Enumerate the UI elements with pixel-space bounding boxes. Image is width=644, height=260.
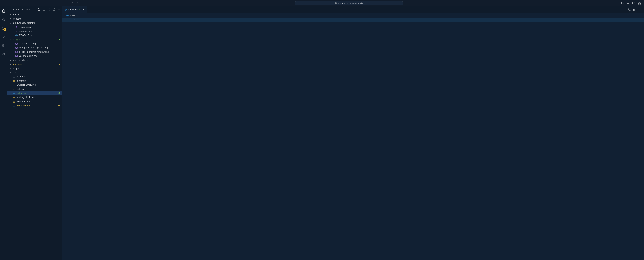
chevron-right-icon[interactable] bbox=[9, 59, 12, 61]
compare-changes-icon[interactable] bbox=[628, 8, 631, 11]
twisty-none bbox=[9, 84, 12, 86]
editor-tab[interactable]: index.tsxU bbox=[62, 6, 87, 13]
svg-rect-18 bbox=[2, 46, 4, 47]
nav-forward-button[interactable] bbox=[76, 1, 80, 5]
tree-file[interactable]: {}package-lock.json bbox=[7, 95, 62, 99]
twisty-none bbox=[12, 30, 14, 32]
svg-point-57 bbox=[640, 9, 640, 10]
twisty-none bbox=[9, 92, 12, 94]
twisty-none bbox=[9, 100, 12, 103]
new-file-icon[interactable] bbox=[38, 8, 40, 11]
tree-folder[interactable]: node_modules bbox=[7, 58, 62, 62]
tree-file[interactable]: espanso-prompt-window.png bbox=[7, 50, 62, 54]
text-editor[interactable]: 1 r bbox=[62, 18, 644, 260]
twisty-none bbox=[12, 55, 14, 57]
tree-file[interactable]: vscode-setup.png bbox=[7, 54, 62, 58]
toggle-primary-sidebar-icon[interactable] bbox=[620, 1, 624, 5]
json-icon: {} bbox=[12, 96, 16, 99]
nav-back-button[interactable] bbox=[70, 1, 74, 5]
chevron-right-icon[interactable] bbox=[9, 67, 12, 69]
file-tree[interactable]: .husky.vscodeai-driven-dev-prompts!_mani… bbox=[7, 12, 62, 260]
tree-file[interactable]: {}package.json bbox=[7, 99, 62, 103]
close-icon[interactable] bbox=[82, 8, 84, 11]
collapse-all-icon[interactable] bbox=[53, 8, 56, 11]
tree-item-label: index.js bbox=[16, 88, 60, 90]
explorer-more-icon[interactable] bbox=[58, 8, 60, 11]
tree-item-label: ai-driven-dev-prompts bbox=[12, 21, 60, 24]
command-center-search[interactable]: ai-driven-dev-community bbox=[295, 1, 403, 5]
toggle-secondary-sidebar-icon[interactable] bbox=[632, 1, 635, 5]
chevron-down-icon[interactable] bbox=[9, 22, 12, 24]
svg-point-21 bbox=[59, 9, 59, 10]
chevron-right-icon[interactable] bbox=[9, 18, 12, 20]
tree-file[interactable]: aiddc-demo.png bbox=[7, 41, 62, 46]
tab-bar: index.tsxU bbox=[62, 6, 644, 13]
svg-point-12 bbox=[2, 18, 4, 20]
git-status-letter: U bbox=[58, 92, 60, 95]
svg-point-31 bbox=[16, 47, 16, 48]
svg-point-40 bbox=[14, 93, 14, 93]
tree-folder[interactable]: scripts bbox=[7, 66, 62, 70]
code-content[interactable]: r bbox=[74, 18, 644, 21]
activity-search[interactable] bbox=[0, 16, 7, 23]
svg-rect-47 bbox=[14, 105, 14, 106]
tree-item-label: _manifest.yml bbox=[19, 26, 60, 28]
activity-explorer[interactable] bbox=[0, 8, 7, 14]
tree-item-label: package.json bbox=[16, 100, 60, 103]
new-folder-icon[interactable] bbox=[43, 8, 46, 11]
minimap[interactable] bbox=[643, 18, 644, 260]
svg-rect-5 bbox=[633, 2, 635, 4]
tree-folder[interactable]: src bbox=[7, 70, 62, 75]
tree-folder[interactable]: .vscode bbox=[7, 17, 62, 21]
tree-folder[interactable]: images bbox=[7, 37, 62, 41]
tree-item-label: images bbox=[12, 38, 58, 41]
twisty-none bbox=[9, 88, 12, 90]
tree-file[interactable]: {}.prettierrc bbox=[7, 79, 62, 83]
activity-extensions[interactable] bbox=[0, 42, 7, 48]
title-bar: ai-driven-dev-community bbox=[0, 0, 644, 6]
tree-file[interactable]: README.mdM bbox=[7, 103, 62, 108]
search-icon bbox=[335, 2, 337, 4]
tree-folder[interactable]: ai-driven-dev-prompts bbox=[7, 21, 62, 25]
tree-file[interactable]: JSindex.js bbox=[7, 87, 62, 91]
activity-run-debug[interactable] bbox=[0, 34, 7, 40]
toggle-panel-icon[interactable] bbox=[626, 1, 630, 5]
editor-group: index.tsxU index.tsx 1 r bbox=[62, 6, 644, 260]
text-cursor bbox=[75, 18, 75, 21]
chevron-right-icon[interactable] bbox=[9, 71, 12, 74]
tree-item-label: aiddc-demo.png bbox=[19, 42, 60, 45]
tree-file[interactable]: chatgpt-custom-gpt-rag.png bbox=[7, 46, 62, 50]
tree-file[interactable]: index.tsxU bbox=[7, 91, 62, 95]
image-icon bbox=[15, 55, 18, 57]
tree-item-label: index.tsx bbox=[16, 92, 56, 95]
customize-layout-icon[interactable] bbox=[638, 1, 641, 5]
breadcrumb[interactable]: index.tsx bbox=[62, 13, 644, 18]
twisty-none bbox=[9, 80, 12, 82]
svg-rect-8 bbox=[640, 2, 641, 3]
tree-file[interactable]: CONTRIBUTE.md bbox=[7, 83, 62, 87]
tree-item-label: chatgpt-custom-gpt-rag.png bbox=[19, 46, 60, 49]
yml-icon: ! bbox=[15, 30, 18, 33]
tree-file[interactable]: README.md bbox=[7, 33, 62, 37]
refresh-icon[interactable] bbox=[48, 8, 50, 11]
activity-source-control[interactable]: 10 bbox=[0, 25, 7, 31]
tree-item-label: src bbox=[12, 71, 60, 74]
tree-file[interactable]: !package.yml bbox=[7, 29, 62, 33]
chevron-down-icon[interactable] bbox=[9, 38, 12, 41]
activity-live-share[interactable] bbox=[0, 51, 7, 57]
tree-item-label: .vscode bbox=[12, 17, 60, 20]
tree-folder[interactable]: .husky bbox=[7, 12, 62, 17]
editor-more-icon[interactable] bbox=[638, 8, 642, 11]
breadcrumb-file: index.tsx bbox=[70, 14, 78, 17]
svg-point-14 bbox=[2, 29, 3, 29]
chevron-right-icon[interactable] bbox=[9, 14, 12, 16]
split-editor-icon[interactable] bbox=[633, 8, 636, 11]
tree-folder[interactable]: ressources bbox=[7, 62, 62, 66]
chevron-right-icon[interactable] bbox=[9, 63, 12, 65]
react-icon bbox=[64, 8, 67, 11]
tree-file[interactable]: !_manifest.yml bbox=[7, 25, 62, 29]
tree-file[interactable]: .gitignore bbox=[7, 75, 62, 79]
twisty-none bbox=[12, 51, 14, 53]
svg-rect-9 bbox=[638, 3, 640, 4]
svg-text:JS: JS bbox=[13, 88, 15, 90]
